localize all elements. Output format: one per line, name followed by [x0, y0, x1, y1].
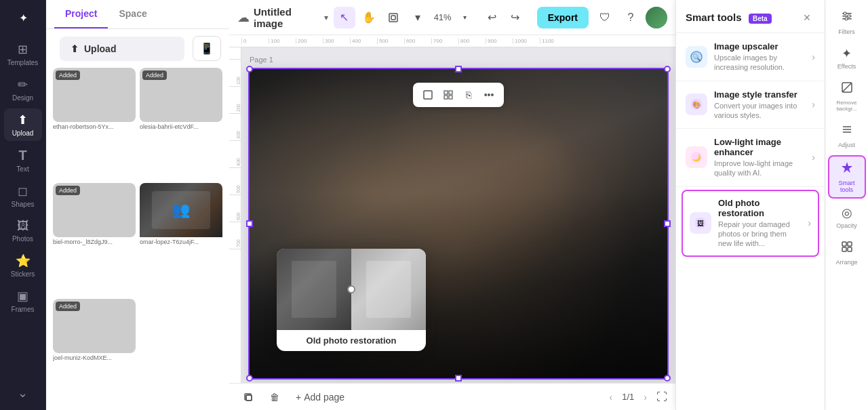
frame-more-button[interactable]: ▾	[407, 7, 429, 28]
canvas-area: ☁ Untitled image ▾ ↖ ✋ ▾ 41% ▾ ↩ ↪ Expor…	[229, 0, 675, 410]
right-btn-remove-bg[interactable]: Remove backgr...	[828, 77, 866, 116]
sidebar-item-more[interactable]: ⌄	[4, 382, 42, 405]
title-area: ☁ Untitled image ▾	[237, 6, 328, 29]
sidebar-item-upload[interactable]: ⬆ Upload	[4, 108, 42, 141]
resize-handle-middle-left[interactable]	[246, 220, 253, 227]
smart-panel-title-area: Smart tools Beta	[686, 12, 772, 24]
svg-text:✦: ✦	[18, 12, 27, 24]
user-avatar[interactable]	[646, 7, 667, 28]
smart-tool-photo-restoration[interactable]: 🖼 Old photo restoration Repair your dama…	[682, 190, 819, 257]
sidebar-item-shapes[interactable]: ◻ Shapes	[4, 180, 42, 212]
select-tool-button[interactable]: ↖	[334, 7, 355, 28]
top-bar: ☁ Untitled image ▾ ↖ ✋ ▾ 41% ▾ ↩ ↪ Expor…	[229, 0, 675, 35]
canvas-more-button[interactable]: •••	[479, 85, 498, 104]
redo-button[interactable]: ↪	[505, 7, 526, 28]
add-page-button[interactable]: + Add page	[290, 389, 350, 405]
resize-handle-top-right[interactable]	[664, 66, 671, 73]
list-item[interactable]: Added joel-muniz-KodMXE...	[53, 299, 136, 410]
list-item[interactable]: Added ethan-robertson-5Yx...	[53, 68, 136, 179]
page-navigation: ‹ 1/1 › ⛶	[606, 390, 667, 404]
smart-tool-lowlight[interactable]: 🌙 Low-light image enhancer Improve low-l…	[676, 129, 825, 187]
svg-rect-3	[391, 16, 395, 20]
fullscreen-button[interactable]: ⛶	[656, 391, 667, 403]
sidebar-item-text[interactable]: T Text	[4, 144, 42, 177]
frame-tool-button[interactable]	[382, 7, 404, 28]
canvas-copy-button[interactable]: ⎘	[459, 85, 478, 104]
right-btn-adjust[interactable]: Adjust	[828, 119, 866, 152]
resize-handle-top-middle[interactable]	[455, 66, 462, 73]
frames-icon: ▣	[17, 289, 28, 304]
hand-tool-button[interactable]: ✋	[358, 7, 380, 28]
canvas-grid-button[interactable]	[439, 85, 458, 104]
lowlight-icon: 🌙	[686, 146, 707, 168]
resize-handle-bottom-middle[interactable]	[455, 375, 462, 382]
canvas-selection-toolbar: ⎘ •••	[413, 83, 504, 107]
right-btn-arrange[interactable]: Arrange	[828, 236, 866, 270]
sidebar-item-stickers[interactable]: ⭐ Stickers	[4, 249, 42, 282]
list-item[interactable]: Added olesia-bahrii-etcVdF...	[140, 68, 222, 179]
sidebar-item-frames[interactable]: ▣ Frames	[4, 285, 42, 317]
before-after-divider[interactable]	[347, 285, 355, 293]
ruler-horizontal: 0 100 200 300 400 500 600 700 800 900 10…	[229, 35, 675, 47]
list-item[interactable]: Added biel-morro-_l8ZdgJ9...	[53, 183, 136, 294]
zoom-dropdown-button[interactable]: ▾	[454, 7, 476, 28]
resize-handle-bottom-right[interactable]	[664, 375, 671, 382]
filters-label: Filters	[838, 28, 855, 35]
sidebar-item-design[interactable]: ✏ Design	[4, 73, 42, 106]
right-btn-smart-tools[interactable]: Smart tools	[828, 155, 866, 199]
image-filename: biel-morro-_l8ZdgJ9...	[53, 237, 136, 247]
effects-icon: ✦	[842, 46, 852, 61]
smart-panel-close-button[interactable]: ×	[799, 9, 815, 26]
sidebar-item-templates[interactable]: ⊞ Templates	[4, 38, 42, 70]
smart-tools-label: Smart tools	[832, 180, 862, 193]
tab-space[interactable]: Space	[108, 0, 157, 28]
resize-handle-bottom-left[interactable]	[246, 375, 253, 382]
smart-tool-style-transfer[interactable]: 🎨 Image style transfer Convert your imag…	[676, 81, 825, 129]
photo-restore-desc: Repair your damaged photos or bring them…	[718, 220, 801, 249]
resize-handle-top-left[interactable]	[246, 66, 253, 73]
upload-label: Upload	[12, 129, 34, 137]
templates-label: Templates	[7, 59, 39, 66]
smart-tool-image-upscaler[interactable]: 🔍 Image upscaler Upscale images by incre…	[676, 33, 825, 81]
next-page-button[interactable]: ›	[639, 390, 651, 404]
tab-project[interactable]: Project	[54, 0, 108, 28]
right-btn-filters[interactable]: Filters	[828, 5, 866, 39]
canvas-page[interactable]: Page 1	[248, 68, 669, 380]
app-logo[interactable]: ✦	[11, 5, 35, 30]
style-transfer-name: Image style transfer	[714, 89, 805, 100]
upload-button[interactable]: ⬆ Upload	[60, 37, 184, 61]
smart-tools-panel: Smart tools Beta × 🔍 Image upscaler Upsc…	[675, 0, 825, 410]
svg-text:🔍: 🔍	[692, 53, 701, 62]
right-btn-opacity[interactable]: ◎ Opacity	[828, 201, 866, 233]
title-dropdown-icon[interactable]: ▾	[324, 13, 328, 22]
sidebar-actions: ⬆ Upload 📱	[46, 29, 229, 68]
tooltip-label: Old photo restoration	[277, 330, 426, 351]
svg-point-24	[848, 15, 850, 18]
photo-restoration-tooltip: Old photo restoration	[277, 249, 426, 351]
delete-page-button[interactable]: 🗑	[264, 389, 285, 405]
resize-handle-middle-right[interactable]	[664, 220, 671, 227]
right-btn-effects[interactable]: ✦ Effects	[828, 42, 866, 74]
phone-button[interactable]: 📱	[193, 36, 221, 61]
upscaler-text: Image upscaler Upscale images by increas…	[714, 41, 805, 73]
prev-page-button[interactable]: ‹	[606, 390, 617, 404]
svg-rect-6	[449, 91, 452, 94]
canvas-scroll-area[interactable]: Page 1	[241, 47, 675, 383]
sidebar-item-photos[interactable]: 🖼 Photos	[4, 215, 42, 247]
effects-label: Effects	[837, 63, 856, 70]
undo-button[interactable]: ↩	[481, 7, 503, 28]
upscaler-icon: 🔍	[686, 46, 707, 68]
smart-panel-title: Smart tools	[686, 12, 742, 23]
shield-icon-button[interactable]: 🛡	[594, 7, 616, 28]
image-filename: ethan-robertson-5Yx...	[53, 122, 136, 131]
svg-point-25	[845, 18, 848, 20]
svg-rect-8	[449, 96, 452, 99]
sidebar-panel: Project Space ⬆ Upload 📱 Added ethan-rob…	[46, 0, 229, 410]
duplicate-page-button[interactable]	[237, 389, 259, 405]
canvas-frame-button[interactable]	[418, 85, 437, 104]
help-button[interactable]: ?	[620, 7, 642, 28]
export-button[interactable]: Export	[537, 7, 589, 28]
zoom-value[interactable]: 41%	[434, 12, 452, 22]
style-transfer-arrow-icon: ›	[812, 99, 815, 110]
list-item[interactable]: 👥 omar-lopez-T6zu4jF...	[140, 183, 222, 294]
